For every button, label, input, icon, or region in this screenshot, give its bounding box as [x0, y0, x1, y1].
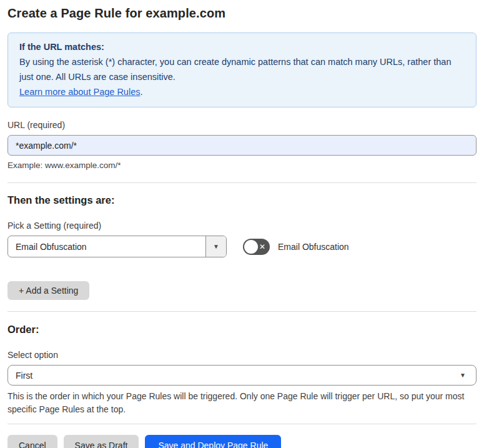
order-help-text: This is the order in which your Page Rul…: [7, 390, 477, 416]
chevron-down-icon: ▼: [460, 372, 468, 379]
info-box-body: By using the asterisk (*) character, you…: [19, 57, 452, 82]
setting-picker-select[interactable]: Email Obfuscation ▼: [7, 236, 227, 257]
order-section-heading: Order:: [7, 324, 477, 336]
link-period: .: [140, 87, 142, 97]
toggle-off-x-icon: ✕: [259, 243, 265, 251]
divider-settings-order: [7, 311, 477, 312]
setting-row: Email Obfuscation ▼ ✕ Email Obfuscation: [7, 236, 477, 257]
page-title: Create a Page Rule for example.com: [7, 6, 477, 21]
setting-picker-label: Pick a Setting (required): [7, 221, 477, 231]
cancel-button[interactable]: Cancel: [7, 435, 57, 448]
divider-url-settings: [7, 182, 477, 183]
add-setting-button[interactable]: + Add a Setting: [7, 281, 89, 300]
toggle-setting-label: Email Obfuscation: [278, 242, 349, 252]
url-match-info-box: If the URL matches: By using the asteris…: [7, 32, 477, 107]
settings-section-heading: Then the settings are:: [7, 194, 477, 206]
order-select[interactable]: First ▼: [7, 365, 477, 386]
learn-more-link[interactable]: Learn more about Page Rules: [19, 87, 140, 97]
page-rule-form: Create a Page Rule for example.com If th…: [0, 0, 484, 448]
url-field-label: URL (required): [7, 120, 477, 130]
setting-picker-arrow-button[interactable]: ▼: [205, 236, 226, 257]
footer-actions: Cancel Save as Draft Save and Deploy Pag…: [7, 435, 477, 448]
triangle-down-icon: ▼: [213, 243, 219, 250]
email-obfuscation-toggle[interactable]: ✕: [243, 239, 270, 255]
toggle-knob: [244, 240, 258, 254]
order-select-value: First: [16, 371, 32, 381]
url-example-text: Example: www.example.com/*: [7, 161, 477, 170]
divider-footer: [7, 424, 477, 424]
save-draft-button[interactable]: Save as Draft: [64, 435, 139, 448]
url-input[interactable]: [7, 135, 477, 156]
setting-picker-value: Email Obfuscation: [8, 236, 205, 257]
info-box-heading: If the URL matches:: [19, 39, 465, 54]
order-select-label: Select option: [7, 350, 477, 360]
save-deploy-button[interactable]: Save and Deploy Page Rule: [145, 435, 281, 448]
